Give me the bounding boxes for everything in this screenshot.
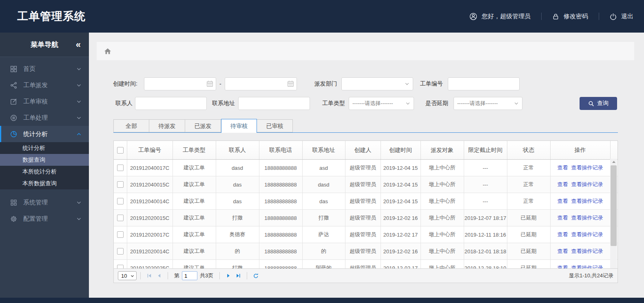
cell-order-no: 201912040014C	[127, 193, 173, 210]
divider	[140, 272, 141, 279]
records-summary: 显示1-10,共24记录	[569, 272, 613, 279]
prev-page-button[interactable]	[154, 271, 164, 280]
sidebar-item-stats-analysis[interactable]: 统计分析	[0, 126, 89, 142]
chevron-up-icon	[76, 132, 82, 137]
search-button[interactable]: 查询	[580, 97, 617, 110]
delay-select[interactable]: -------请选择-------	[454, 97, 522, 110]
sidebar-subitem-stats-analysis[interactable]: 统计分析	[0, 142, 89, 154]
chevron-down-icon	[514, 101, 519, 106]
scrollbar-spacer	[610, 141, 617, 160]
view-log-link[interactable]: 查看操作记录	[571, 165, 603, 171]
chevron-down-icon	[76, 66, 82, 72]
footer-bar	[0, 298, 644, 303]
row-checkbox[interactable]	[117, 215, 124, 221]
row-checkbox[interactable]	[117, 198, 124, 204]
cell-target: 墩上中心所	[420, 176, 464, 193]
page-number-input[interactable]	[182, 271, 197, 280]
sidebar-item-order-review[interactable]: 工单审核	[0, 93, 89, 110]
row-checkbox[interactable]	[117, 165, 124, 171]
column-header: 工单编号	[127, 141, 173, 160]
sidebar-subitem-label: 数据查询	[22, 156, 45, 164]
home-icon[interactable]	[104, 47, 112, 55]
sidebar-item-order-handle[interactable]: 工单处理	[0, 110, 89, 126]
scrollbar-thumb[interactable]	[611, 165, 617, 246]
create-time-label: 创建时间:	[113, 80, 143, 88]
chevron-down-icon	[76, 216, 82, 222]
lock-icon	[552, 13, 559, 20]
tab-reviewed[interactable]: 已审核	[257, 119, 293, 132]
view-link[interactable]: 查看	[558, 248, 568, 254]
gear-icon	[10, 215, 18, 222]
grid-icon	[10, 66, 18, 72]
logout-button[interactable]: 退出	[610, 13, 633, 20]
last-page-button[interactable]	[233, 271, 243, 280]
view-log-link[interactable]: 查看操作记录	[571, 181, 603, 187]
page-size-select[interactable]: 10	[118, 271, 137, 280]
status-badge: 已延期	[507, 226, 550, 243]
sidebar-item-system-mgmt[interactable]: 系统管理	[0, 194, 89, 211]
dispatch-dept-select[interactable]	[341, 77, 413, 90]
pagination-bar: 10 第 共3页	[114, 268, 617, 283]
row-checkbox[interactable]	[117, 248, 124, 255]
collapse-sidebar-icon[interactable]: «	[76, 40, 81, 49]
chevron-down-icon	[76, 99, 82, 104]
chevron-down-icon	[76, 83, 82, 88]
share-icon	[10, 82, 18, 88]
table-scrollbar[interactable]	[610, 159, 617, 275]
create-time-end-input[interactable]	[225, 77, 297, 90]
cell-deadline: 2018-12-01 18:18	[464, 243, 507, 260]
sidebar-item-home[interactable]: 首页	[0, 61, 89, 77]
row-checkbox[interactable]	[117, 231, 124, 238]
sidebar: 菜单导航 « 首页工单派发工单审核工单处理统计分析统计分析数据查询本所统计分析本…	[0, 33, 89, 298]
refresh-button[interactable]	[251, 271, 261, 280]
address-input[interactable]	[238, 97, 310, 110]
sidebar-item-config-mgmt[interactable]: 配置管理	[0, 211, 89, 227]
sidebar-item-order-dispatch[interactable]: 工单派发	[0, 77, 89, 93]
scroll-up-icon[interactable]	[610, 159, 617, 165]
table-row: 201912020017C建议工单奥德赛18888888888萨达超级管理员20…	[114, 226, 617, 243]
sidebar-submenu: 统计分析数据查询本所统计分析本所数据查询	[0, 142, 89, 189]
tab-pending-review[interactable]: 待审核	[221, 119, 257, 133]
view-log-link[interactable]: 查看操作记录	[571, 231, 603, 237]
sidebar-subitem-branch-data-query[interactable]: 本所数据查询	[0, 178, 89, 189]
row-checkbox[interactable]	[117, 181, 124, 188]
tab-all[interactable]: 全部	[113, 119, 149, 132]
column-header: 联系电话	[259, 141, 302, 160]
view-link[interactable]: 查看	[558, 181, 568, 187]
order-type-value: -------请选择-------	[352, 100, 393, 107]
cell-order-no: 201912020017C	[127, 226, 173, 243]
view-log-link[interactable]: 查看操作记录	[571, 248, 603, 254]
calendar-icon[interactable]	[206, 80, 213, 87]
cell-contact: dasd	[216, 160, 259, 176]
view-log-link[interactable]: 查看操作记录	[571, 198, 603, 204]
create-time-start-input[interactable]	[144, 77, 216, 90]
address-label: 联系地址	[212, 100, 237, 107]
chevron-down-icon	[405, 81, 409, 86]
status-badge: 已延期	[507, 243, 550, 260]
order-no-input[interactable]	[448, 77, 520, 90]
cell-creator: 超级管理员	[345, 210, 381, 226]
user-menu[interactable]: 您好，超级管理员	[469, 13, 531, 20]
view-link[interactable]: 查看	[558, 215, 568, 221]
change-password-button[interactable]: 修改密码	[552, 13, 588, 20]
sidebar-subitem-branch-stats-analysis[interactable]: 本所统计分析	[0, 166, 89, 178]
column-header: 创建人	[345, 141, 381, 160]
tab-dispatched[interactable]: 已派发	[185, 119, 221, 132]
view-log-link[interactable]: 查看操作记录	[571, 215, 603, 221]
date-separator: -	[219, 81, 221, 87]
view-link[interactable]: 查看	[558, 231, 568, 237]
first-page-button[interactable]	[144, 271, 154, 280]
order-type-select[interactable]: -------请选择-------	[349, 97, 414, 110]
view-link[interactable]: 查看	[558, 198, 568, 204]
view-link[interactable]: 查看	[558, 165, 568, 171]
contact-input[interactable]	[135, 97, 207, 110]
layers-icon	[10, 114, 18, 121]
calendar-icon[interactable]	[287, 80, 294, 87]
tab-pending-dispatch[interactable]: 待派发	[149, 119, 185, 132]
cell-actions: 查看查看操作记录	[550, 226, 610, 243]
select-all-checkbox[interactable]	[117, 147, 124, 154]
cell-type: 建议工单	[173, 193, 216, 210]
sidebar-subitem-data-query[interactable]: 数据查询	[0, 154, 89, 166]
next-page-button[interactable]	[224, 271, 233, 280]
orders-table-panel: 工单编号工单类型联系人联系电话联系地址创建人创建时间派发对象限定截止时间状态操作…	[113, 141, 618, 283]
